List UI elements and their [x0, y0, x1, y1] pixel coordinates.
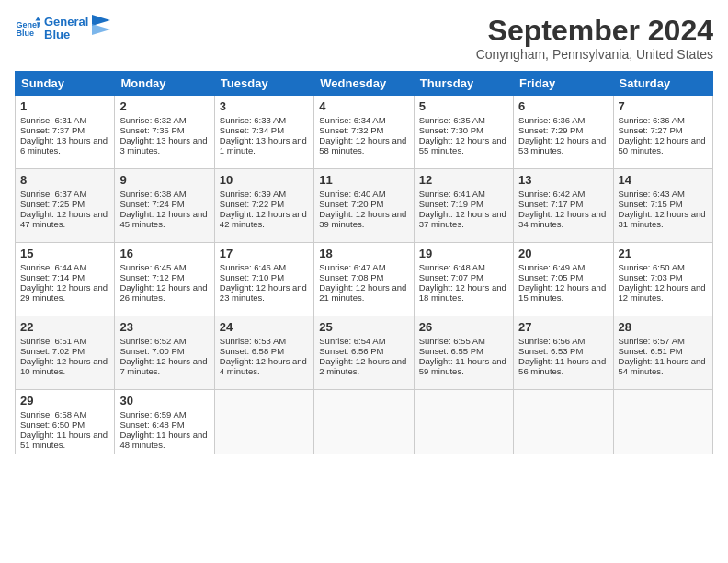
sunset-label: Sunset: 7:07 PM — [419, 272, 483, 282]
logo-icon: General Blue — [15, 16, 40, 41]
daylight-label: Daylight: 12 hours and 55 minutes. — [419, 135, 506, 155]
page-subtitle: Conyngham, Pennsylvania, United States — [476, 47, 713, 62]
calendar-cell: 23Sunrise: 6:52 AMSunset: 7:00 PMDayligh… — [115, 316, 214, 390]
daylight-label: Daylight: 12 hours and 21 minutes. — [319, 282, 406, 303]
title-section: September 2024 Conyngham, Pennsylvania, … — [476, 15, 713, 62]
sunset-label: Sunset: 7:02 PM — [20, 346, 85, 356]
daylight-label: Daylight: 12 hours and 31 minutes. — [619, 209, 706, 229]
daylight-label: Daylight: 12 hours and 50 minutes. — [619, 135, 706, 155]
calendar-cell: 9Sunrise: 6:38 AMSunset: 7:24 PMDaylight… — [115, 169, 214, 243]
daylight-label: Daylight: 12 hours and 29 minutes. — [20, 282, 108, 303]
sunrise-label: Sunrise: 6:33 AM — [220, 115, 286, 125]
day-number: 14 — [619, 173, 708, 187]
day-number: 19 — [419, 247, 508, 260]
sunset-label: Sunset: 7:32 PM — [319, 125, 383, 135]
sunrise-label: Sunrise: 6:39 AM — [220, 189, 286, 199]
daylight-label: Daylight: 12 hours and 53 minutes. — [518, 135, 606, 155]
day-number: 26 — [419, 320, 508, 334]
daylight-label: Daylight: 12 hours and 7 minutes. — [119, 356, 207, 376]
day-number: 12 — [419, 173, 508, 187]
daylight-label: Daylight: 12 hours and 10 minutes. — [20, 356, 108, 376]
calendar-cell: 20Sunrise: 6:49 AMSunset: 7:05 PMDayligh… — [514, 243, 613, 316]
sunset-label: Sunset: 7:25 PM — [20, 199, 85, 209]
sunset-label: Sunset: 7:29 PM — [518, 125, 583, 135]
day-number: 28 — [619, 320, 708, 334]
day-number: 1 — [20, 99, 109, 113]
daylight-label: Daylight: 12 hours and 26 minutes. — [119, 282, 207, 303]
sunrise-label: Sunrise: 6:31 AM — [20, 115, 86, 125]
sunrise-label: Sunrise: 6:37 AM — [20, 189, 86, 199]
calendar-cell: 21Sunrise: 6:50 AMSunset: 7:03 PMDayligh… — [613, 243, 712, 316]
sunrise-label: Sunrise: 6:42 AM — [518, 189, 585, 199]
daylight-label: Daylight: 12 hours and 15 minutes. — [518, 282, 606, 303]
sunrise-label: Sunrise: 6:58 AM — [20, 409, 86, 419]
sunset-label: Sunset: 7:15 PM — [619, 199, 683, 209]
day-number: 4 — [319, 99, 408, 113]
sunrise-label: Sunrise: 6:40 AM — [319, 189, 385, 199]
col-tuesday: Tuesday — [214, 72, 313, 96]
sunrise-label: Sunrise: 6:56 AM — [518, 336, 585, 346]
sunrise-label: Sunrise: 6:41 AM — [419, 189, 485, 199]
sunrise-label: Sunrise: 6:59 AM — [119, 409, 186, 419]
calendar-cell: 8Sunrise: 6:37 AMSunset: 7:25 PMDaylight… — [16, 169, 115, 243]
day-number: 23 — [119, 320, 209, 334]
sunrise-label: Sunrise: 6:32 AM — [119, 115, 186, 125]
sunset-label: Sunset: 6:51 PM — [619, 346, 683, 356]
calendar-table: Sunday Monday Tuesday Wednesday Thursday… — [15, 71, 713, 454]
day-number: 15 — [20, 247, 109, 260]
sunrise-label: Sunrise: 6:57 AM — [619, 336, 685, 346]
calendar-cell: 1Sunrise: 6:31 AMSunset: 7:37 PMDaylight… — [16, 96, 115, 169]
daylight-label: Daylight: 12 hours and 18 minutes. — [419, 282, 506, 303]
daylight-label: Daylight: 12 hours and 2 minutes. — [319, 356, 406, 376]
calendar-cell: 2Sunrise: 6:32 AMSunset: 7:35 PMDaylight… — [115, 96, 214, 169]
svg-marker-5 — [92, 24, 110, 35]
col-monday: Monday — [115, 72, 214, 96]
page-header: General Blue GeneralBlue September 2024 … — [15, 15, 713, 62]
svg-marker-2 — [35, 17, 40, 20]
sunset-label: Sunset: 7:37 PM — [20, 125, 85, 135]
sunrise-label: Sunrise: 6:50 AM — [619, 262, 685, 272]
svg-text:Blue: Blue — [16, 29, 34, 38]
calendar-cell: 25Sunrise: 6:54 AMSunset: 6:56 PMDayligh… — [314, 316, 414, 390]
calendar-cell: 30Sunrise: 6:59 AMSunset: 6:48 PMDayligh… — [115, 390, 214, 454]
calendar-cell: 11Sunrise: 6:40 AMSunset: 7:20 PMDayligh… — [314, 169, 414, 243]
sunset-label: Sunset: 7:00 PM — [119, 346, 184, 356]
sunrise-label: Sunrise: 6:49 AM — [518, 262, 585, 272]
calendar-cell: 3Sunrise: 6:33 AMSunset: 7:34 PMDaylight… — [214, 96, 313, 169]
sunrise-label: Sunrise: 6:35 AM — [419, 115, 485, 125]
calendar-cell: 10Sunrise: 6:39 AMSunset: 7:22 PMDayligh… — [214, 169, 313, 243]
sunset-label: Sunset: 7:12 PM — [119, 272, 184, 282]
calendar-cell — [514, 390, 613, 454]
day-number: 8 — [20, 173, 109, 187]
day-number: 20 — [518, 247, 608, 260]
sunrise-label: Sunrise: 6:36 AM — [518, 115, 585, 125]
daylight-label: Daylight: 12 hours and 34 minutes. — [518, 209, 606, 229]
sunset-label: Sunset: 7:08 PM — [319, 272, 383, 282]
page-title: September 2024 — [476, 15, 713, 47]
day-number: 16 — [119, 247, 209, 260]
calendar-cell: 5Sunrise: 6:35 AMSunset: 7:30 PMDaylight… — [414, 96, 513, 169]
svg-marker-4 — [92, 15, 110, 26]
sunset-label: Sunset: 7:17 PM — [518, 199, 583, 209]
daylight-label: Daylight: 13 hours and 1 minute. — [220, 135, 307, 155]
day-number: 25 — [319, 320, 408, 334]
calendar-cell — [314, 390, 414, 454]
calendar-cell — [214, 390, 313, 454]
sunrise-label: Sunrise: 6:45 AM — [119, 262, 186, 272]
sunset-label: Sunset: 7:19 PM — [419, 199, 483, 209]
day-number: 24 — [220, 320, 309, 334]
day-number: 6 — [518, 99, 608, 113]
day-number: 17 — [220, 247, 309, 260]
daylight-label: Daylight: 11 hours and 54 minutes. — [619, 356, 706, 376]
daylight-label: Daylight: 13 hours and 3 minutes. — [119, 135, 207, 155]
sunset-label: Sunset: 7:24 PM — [119, 199, 184, 209]
daylight-label: Daylight: 12 hours and 4 minutes. — [220, 356, 307, 376]
day-number: 13 — [518, 173, 608, 187]
day-number: 11 — [319, 173, 408, 187]
sunset-label: Sunset: 7:03 PM — [619, 272, 683, 282]
sunset-label: Sunset: 6:56 PM — [319, 346, 383, 356]
sunrise-label: Sunrise: 6:44 AM — [20, 262, 86, 272]
sunset-label: Sunset: 7:10 PM — [220, 272, 284, 282]
daylight-label: Daylight: 11 hours and 51 minutes. — [20, 430, 108, 450]
sunrise-label: Sunrise: 6:46 AM — [220, 262, 286, 272]
